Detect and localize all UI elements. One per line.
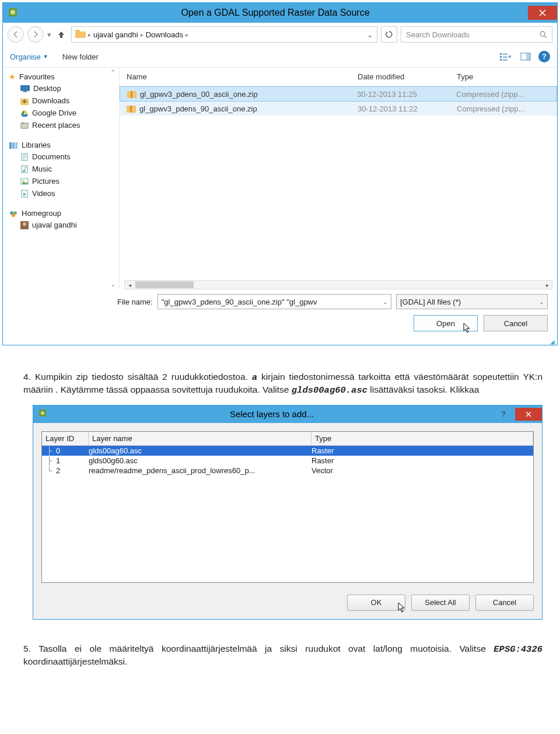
help-button[interactable]: ? <box>538 51 550 62</box>
filename-label: File name: <box>117 298 153 306</box>
scroll-left-icon[interactable]: ◂ <box>125 282 134 288</box>
sidebar-downloads[interactable]: Downloads <box>3 95 119 107</box>
sidebar-videos[interactable]: Videos <box>3 187 119 200</box>
preview-pane-button[interactable] <box>519 50 533 64</box>
dialog-title: Open a GDAL Supported Raster Data Source <box>23 8 528 18</box>
homegroup-icon <box>9 209 18 218</box>
header-layer-type[interactable]: Type <box>312 432 533 445</box>
layer-row[interactable]: ├1 glds00g60.asc Raster <box>42 456 533 466</box>
sidebar-homegroup[interactable]: Homegroup <box>3 208 119 219</box>
column-headers: Name Date modified Type <box>120 68 557 86</box>
header-layer-name[interactable]: Layer name <box>89 432 312 445</box>
breadcrumb-item[interactable]: Downloads <box>146 30 183 39</box>
svg-rect-17 <box>22 122 24 124</box>
close-icon <box>539 9 546 16</box>
svg-point-31 <box>23 222 26 226</box>
search-placeholder: Search Downloads <box>406 30 470 39</box>
breadcrumb-bar[interactable]: ▸ ujaval gandhi ▸ Downloads ▸ ⌄ <box>71 26 377 43</box>
zip-icon <box>127 89 136 99</box>
refresh-button[interactable] <box>381 26 397 43</box>
svg-point-23 <box>23 170 25 172</box>
svg-rect-14 <box>23 91 27 92</box>
chevron-down-icon[interactable]: ⌄ <box>539 299 544 305</box>
scroll-up-icon[interactable]: ⌃ <box>110 69 116 76</box>
pictures-icon <box>20 177 29 186</box>
chevron-down-icon[interactable]: ⌄ <box>367 30 373 39</box>
header-name[interactable]: Name <box>127 72 358 81</box>
chevron-down-icon[interactable]: ⌄ <box>383 299 387 305</box>
search-input[interactable]: Search Downloads <box>401 26 552 43</box>
layer-row[interactable]: ├0 glds00ag60.asc Raster <box>42 446 533 456</box>
sidebar-user[interactable]: ujaval gandhi <box>3 219 119 231</box>
toolbar: Organise ▼ New folder ▼ ? <box>3 46 557 68</box>
search-icon <box>539 30 547 39</box>
sidebar-music[interactable]: Music <box>3 163 119 175</box>
downloads-icon <box>20 97 29 105</box>
svg-rect-19 <box>12 142 15 149</box>
arrow-up-icon <box>57 30 65 39</box>
header-layer-id[interactable]: Layer ID <box>42 432 89 445</box>
filter-select[interactable]: [GDAL] All files (*) ⌄ <box>396 294 548 309</box>
cursor-icon <box>463 323 473 334</box>
sidebar-libraries[interactable]: Libraries <box>3 139 119 151</box>
header-type[interactable]: Type <box>457 72 550 81</box>
open-button[interactable]: Open <box>414 315 478 331</box>
layer-row[interactable]: └2 readme/readme_pdens_ascii_prod_lowres… <box>42 466 533 476</box>
cancel-button[interactable]: Cancel <box>475 595 534 611</box>
svg-rect-35 <box>130 106 132 113</box>
file-open-dialog: Open a GDAL Supported Raster Data Source… <box>2 2 558 345</box>
file-row[interactable]: gl_gpwv3_pdens_00_ascii_one.zip 30-12-20… <box>120 86 557 102</box>
instruction-step-5: 5. Tasolla ei ole määriteltyä koordinaat… <box>0 620 560 674</box>
tree-line-icon: ├ <box>47 446 52 455</box>
view-options-button[interactable]: ▼ <box>499 50 513 64</box>
cancel-button[interactable]: Cancel <box>484 315 548 331</box>
file-row[interactable]: gl_gpwv3_pdens_90_ascii_one.zip 30-12-20… <box>120 102 557 116</box>
sidebar-recent[interactable]: Recent places <box>3 119 119 131</box>
chevron-right-icon: ▸ <box>88 32 91 38</box>
svg-rect-20 <box>15 142 18 149</box>
gdrive-icon <box>20 109 29 117</box>
preview-icon <box>520 53 531 61</box>
svg-rect-9 <box>500 59 502 61</box>
header-date[interactable]: Date modified <box>358 72 457 81</box>
svg-point-1 <box>10 10 15 15</box>
close-button[interactable] <box>528 6 557 20</box>
recent-dropdown[interactable]: ▾ <box>47 30 51 39</box>
new-folder-button[interactable]: New folder <box>62 53 99 61</box>
help-button[interactable]: ? <box>492 410 515 418</box>
folder-icon <box>75 30 86 40</box>
resize-grip-icon[interactable]: ◢ <box>3 338 557 345</box>
forward-button[interactable] <box>27 26 44 43</box>
sidebar-pictures[interactable]: Pictures <box>3 175 119 187</box>
select-all-button[interactable]: Select All <box>411 595 470 611</box>
scroll-down-icon[interactable]: ⌄ <box>110 281 116 288</box>
scroll-right-icon[interactable]: ▸ <box>542 282 552 288</box>
instruction-step-4: 4. Kumpikin zip tiedosto sisältää 2 ruud… <box>0 348 560 403</box>
close-icon <box>526 411 531 417</box>
svg-rect-3 <box>75 30 80 33</box>
layer-list: Layer ID Layer name Type ├0 glds00ag60.a… <box>41 431 534 583</box>
chevron-down-icon: ▼ <box>43 54 48 60</box>
filename-input[interactable]: "gl_gpwv3_pdens_90_ascii_one.zip" "gl_gp… <box>158 294 391 309</box>
up-button[interactable] <box>55 30 68 39</box>
scroll-thumb[interactable] <box>135 281 194 288</box>
recent-icon <box>20 121 29 130</box>
breadcrumb-item[interactable]: ujaval gandhi <box>93 30 138 39</box>
ok-button[interactable]: OK <box>347 595 405 611</box>
select-layers-dialog: Select layers to add... ? Layer ID Layer… <box>33 405 542 620</box>
back-button[interactable] <box>8 26 24 43</box>
svg-point-29 <box>12 214 15 217</box>
sidebar-documents[interactable]: Documents <box>3 151 119 163</box>
sidebar-favourites[interactable]: ★Favourites <box>3 71 119 82</box>
chevron-down-icon: ▼ <box>508 54 512 60</box>
svg-rect-5 <box>500 53 502 55</box>
sidebar: ⌃ ★Favourites Desktop Downloads Google D… <box>3 68 120 289</box>
horizontal-scrollbar[interactable]: ◂ ▸ <box>124 280 552 289</box>
sidebar-gdrive[interactable]: Google Drive <box>3 107 119 119</box>
libraries-icon <box>9 141 18 149</box>
close-button[interactable] <box>515 408 542 421</box>
organise-menu[interactable]: Organise ▼ <box>10 53 48 61</box>
music-icon <box>20 165 29 173</box>
videos-icon <box>20 190 29 198</box>
sidebar-desktop[interactable]: Desktop <box>3 82 119 95</box>
